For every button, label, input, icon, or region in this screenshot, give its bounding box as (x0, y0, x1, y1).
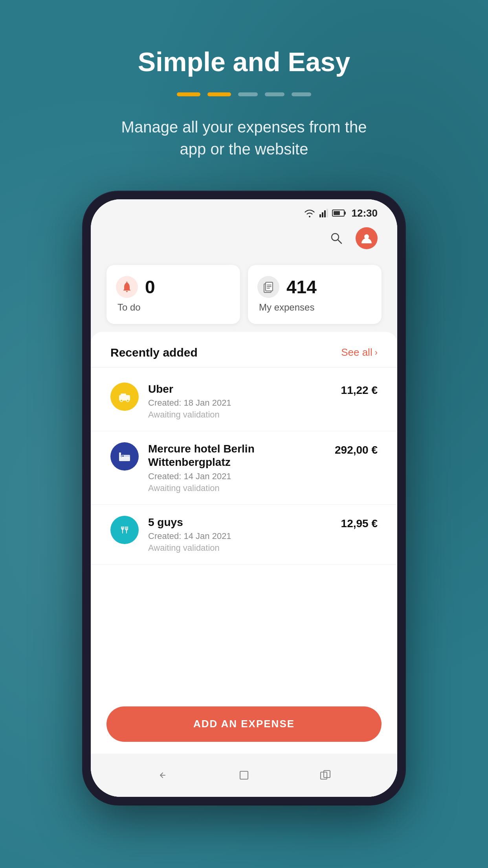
svg-point-21 (122, 455, 124, 457)
phone-mockup: 12:30 (83, 191, 405, 805)
recent-icon (318, 768, 332, 782)
hotel-amount: 292,00 € (335, 442, 378, 456)
nav-bar (91, 754, 397, 797)
hotel-date: Created: 14 Jan 2021 (148, 471, 325, 482)
expense-list: Uber Created: 18 Jan 2021 Awaiting valid… (91, 368, 397, 699)
copy-icon (262, 281, 274, 293)
hotel-bed-icon (117, 449, 132, 463)
user-avatar[interactable] (356, 227, 378, 249)
search-icon (328, 230, 344, 246)
hotel-name: Mercure hotel Berlin Wittenbergplatz (148, 442, 325, 469)
bottom-section: ADD AN EXPENSE (91, 699, 397, 754)
nav-recent-button[interactable] (314, 763, 337, 787)
hotel-icon (110, 442, 139, 471)
expenses-card[interactable]: 414 My expenses (248, 265, 382, 324)
food-date: Created: 14 Jan 2021 (148, 531, 332, 541)
svg-rect-19 (119, 452, 121, 458)
status-time: 12:30 (352, 207, 378, 219)
svg-point-7 (126, 291, 128, 292)
svg-point-16 (120, 399, 123, 402)
home-square-icon (237, 768, 251, 782)
see-all-label: See all (341, 346, 372, 359)
svg-rect-15 (121, 394, 126, 396)
pagination-dots (177, 92, 311, 96)
bell-icon-container (116, 276, 138, 298)
signal-icon (319, 209, 328, 217)
uber-date: Created: 18 Jan 2021 (148, 398, 332, 408)
copy-icon-container (257, 276, 279, 298)
food-amount: 12,95 € (341, 516, 378, 530)
page-subtitle: Manage all your expenses from the app or… (106, 116, 382, 160)
expense-item-uber[interactable]: Uber Created: 18 Jan 2021 Awaiting valid… (91, 371, 397, 432)
status-icons: 12:30 (304, 207, 378, 219)
fork-knife-icon (117, 523, 132, 537)
food-name: 5 guys (148, 516, 332, 529)
svg-rect-3 (327, 209, 328, 217)
svg-rect-25 (240, 771, 248, 779)
svg-rect-1 (322, 212, 323, 217)
status-bar: 12:30 (91, 199, 397, 223)
uber-info: Uber Created: 18 Jan 2021 Awaiting valid… (148, 383, 332, 420)
uber-icon (110, 383, 139, 411)
svg-line-5 (338, 239, 342, 243)
see-all-button[interactable]: See all › (341, 346, 378, 359)
app-header (91, 223, 397, 257)
expense-item-hotel[interactable]: Mercure hotel Berlin Wittenbergplatz Cre… (91, 431, 397, 504)
nav-back-button[interactable] (151, 763, 174, 787)
todo-count: 0 (145, 276, 155, 298)
expenses-count: 414 (286, 276, 317, 298)
svg-rect-0 (319, 214, 321, 217)
food-icon (110, 516, 139, 544)
taxi-icon (117, 390, 132, 404)
page-title: Simple and Easy (138, 47, 350, 77)
battery-icon (332, 210, 345, 217)
phone-screen: 12:30 (91, 199, 397, 797)
back-icon (156, 768, 170, 782)
food-info: 5 guys Created: 14 Jan 2021 Awaiting val… (148, 516, 332, 554)
add-expense-button[interactable]: ADD AN EXPENSE (106, 706, 382, 742)
food-status: Awaiting validation (148, 543, 332, 553)
dot-1 (177, 92, 200, 96)
section-title: Recently added (110, 346, 198, 359)
hotel-info: Mercure hotel Berlin Wittenbergplatz Cre… (148, 442, 325, 493)
search-button[interactable] (327, 228, 346, 248)
content-area: Recently added See all › (91, 332, 397, 797)
uber-amount: 11,22 € (341, 383, 378, 397)
section-header: Recently added See all › (91, 332, 397, 368)
todo-label: To do (116, 302, 231, 313)
nav-home-button[interactable] (232, 763, 256, 787)
expense-item-food[interactable]: 5 guys Created: 14 Jan 2021 Awaiting val… (91, 505, 397, 565)
uber-name: Uber (148, 383, 332, 396)
user-icon (360, 232, 373, 245)
dot-5 (292, 92, 311, 96)
dot-3 (238, 92, 258, 96)
phone-shell: 12:30 (83, 191, 405, 805)
svg-rect-2 (324, 210, 326, 217)
stats-row: 0 To do (91, 257, 397, 332)
expenses-label: My expenses (257, 302, 372, 313)
uber-status: Awaiting validation (148, 410, 332, 420)
dot-4 (265, 92, 284, 96)
todo-card[interactable]: 0 To do (106, 265, 240, 324)
bell-icon (121, 281, 133, 293)
svg-point-17 (127, 399, 129, 402)
dot-2 (207, 92, 231, 96)
wifi-icon (304, 209, 316, 217)
see-all-chevron-icon: › (375, 348, 378, 358)
hotel-status: Awaiting validation (148, 483, 325, 493)
